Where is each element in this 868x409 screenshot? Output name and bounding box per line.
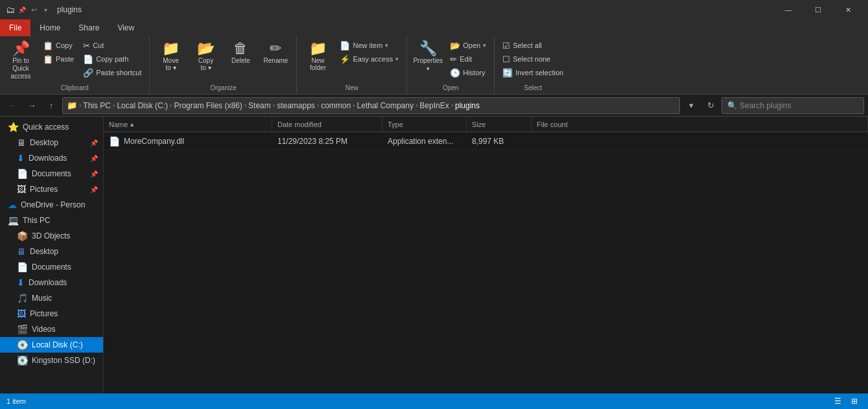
properties-label: Properties [413, 57, 443, 64]
dropdown-nav-button[interactable]: ▾ [683, 98, 699, 113]
minimize-button[interactable]: — [773, 0, 803, 19]
sidebar-localc-label: Local Disk (C:) [32, 340, 83, 349]
music-icon: 🎵 [17, 293, 28, 303]
col-header-filecount[interactable]: File count [532, 117, 868, 132]
sidebar-item-pictures-quick[interactable]: 🖼 Pictures 📌 [0, 181, 103, 197]
col-header-type[interactable]: Type [382, 117, 467, 132]
documents-pc-icon: 📄 [17, 262, 28, 272]
easy-access-button[interactable]: ⚡ Easy access ▾ [336, 53, 403, 65]
tab-share[interactable]: Share [69, 19, 108, 36]
open-label: Open [463, 41, 480, 49]
up-button[interactable]: ↑ [43, 98, 60, 113]
clipboard-col: 📋 Copy 📋 Paste [39, 39, 78, 65]
history-button[interactable]: 🕒 History [446, 66, 490, 79]
table-row[interactable]: 📄 MoreCompany.dll 11/29/2023 8:25 PM App… [104, 132, 868, 150]
delete-button[interactable]: 🗑 Delete [224, 39, 257, 78]
cut-button[interactable]: ✂ Cut [79, 39, 145, 52]
breadcrumb-steamapps[interactable]: steamapps [277, 101, 315, 110]
sidebar-quick-access-header[interactable]: ⭐ Quick access [0, 119, 103, 135]
tab-view[interactable]: View [108, 19, 143, 36]
details-view-button[interactable]: ☰ [830, 395, 845, 407]
main-area: ⭐ Quick access 🖥 Desktop 📌 ⬇ Downloads 📌… [0, 117, 868, 393]
breadcrumb-sep-6: › [353, 102, 355, 109]
dropdown-icon[interactable]: ▾ [40, 5, 51, 15]
move-to-button[interactable]: 📁 Moveto ▾ [154, 39, 187, 78]
sidebar-documents-pc[interactable]: 📄 Documents [0, 259, 103, 275]
select-all-label: Select all [513, 41, 542, 49]
open-button[interactable]: 📂 Open ▾ [446, 39, 490, 52]
sidebar-this-pc[interactable]: 💻 This PC [0, 213, 103, 228]
breadcrumb-thispc[interactable]: This PC [83, 101, 111, 110]
pin-indicator-icon2: 📌 [90, 155, 98, 162]
sidebar-onedrive[interactable]: ☁ OneDrive - Person [0, 197, 103, 213]
new-folder-button[interactable]: 📁 Newfolder [301, 39, 334, 78]
breadcrumb[interactable]: 📁 › This PC › Local Disk (C:) › Program … [62, 97, 680, 114]
open-col: 📂 Open ▾ ✏ Edit 🕒 History [446, 39, 490, 79]
breadcrumb-sep-5: › [317, 102, 319, 109]
col-header-date[interactable]: Date modified [272, 117, 382, 132]
sidebar-3dobjects[interactable]: 📦 3D Objects [0, 228, 103, 244]
col-size-label: Size [472, 121, 486, 128]
search-placeholder: Search plugins [740, 101, 791, 110]
pin-to-quick-access-button[interactable]: 📌 Pin to Quickaccess [4, 39, 38, 78]
file-area: Name ▲ Date modified Type Size File coun… [104, 117, 868, 393]
paste-button[interactable]: 📋 Paste [39, 53, 78, 65]
select-none-button[interactable]: ☐ Select none [499, 53, 567, 65]
copy-to-button[interactable]: 📂 Copyto ▾ [189, 39, 222, 78]
edit-button[interactable]: ✏ Edit [446, 53, 490, 65]
new-item-icon: 📄 [340, 41, 350, 51]
breadcrumb-localc[interactable]: Local Disk (C:) [117, 101, 168, 110]
pin-indicator-icon4: 📌 [90, 186, 98, 193]
sidebar-thispc-label: This PC [23, 216, 51, 225]
select-all-button[interactable]: ☑ Select all [499, 39, 567, 52]
breadcrumb-folder-icon: 📁 [67, 100, 77, 111]
clipboard-label: Clipboard [61, 83, 89, 94]
properties-button[interactable]: 🔧 Properties ▾ [411, 39, 445, 78]
forward-button[interactable]: → [23, 98, 40, 113]
sidebar-videos[interactable]: 🎬 Videos [0, 321, 103, 337]
invert-selection-button[interactable]: 🔄 Invert selection [499, 66, 567, 79]
rename-icon: ✏ [270, 41, 281, 56]
breadcrumb-steam[interactable]: Steam [248, 101, 271, 110]
tiles-view-button[interactable]: ⊞ [847, 395, 862, 407]
sidebar-item-desktop-quick[interactable]: 🖥 Desktop 📌 [0, 135, 103, 150]
new-item-button[interactable]: 📄 New item ▾ [336, 39, 403, 52]
sidebar-item-documents-quick[interactable]: 📄 Documents 📌 [0, 166, 103, 181]
sidebar-music[interactable]: 🎵 Music [0, 290, 103, 306]
sidebar-desktop-pc[interactable]: 🖥 Desktop [0, 244, 103, 259]
breadcrumb-common[interactable]: common [321, 101, 351, 110]
sidebar-downloads-pc[interactable]: ⬇ Downloads [0, 275, 103, 290]
pin-label: Pin to Quickaccess [6, 57, 35, 80]
easy-access-icon: ⚡ [340, 54, 350, 64]
file-date-cell: 11/29/2023 8:25 PM [272, 132, 382, 150]
search-box[interactable]: 🔍 Search plugins [721, 97, 864, 114]
sidebar-localc[interactable]: 💽 Local Disk (C:) [0, 337, 103, 353]
back-button[interactable]: ← [4, 98, 21, 113]
undo-icon[interactable]: ↩ [29, 5, 39, 15]
col-header-name[interactable]: Name ▲ [104, 117, 272, 132]
thispc-icon: 💻 [8, 215, 19, 226]
copy-button[interactable]: 📋 Copy [39, 39, 78, 52]
tab-file[interactable]: File [0, 19, 30, 36]
close-button[interactable]: ✕ [833, 0, 863, 19]
paste-shortcut-button[interactable]: 🔗 Paste shortcut [79, 66, 145, 79]
breadcrumb-plugins[interactable]: plugins [455, 101, 480, 110]
col-name-label: Name [109, 121, 128, 128]
breadcrumb-programfiles[interactable]: Program Files (x86) [174, 101, 242, 110]
breadcrumb-lethalcompany[interactable]: Lethal Company [357, 101, 414, 110]
rename-button[interactable]: ✏ Rename [259, 39, 292, 78]
col-date-label: Date modified [277, 121, 322, 128]
breadcrumb-sep-3: › [244, 102, 246, 109]
sidebar-item-downloads-quick[interactable]: ⬇ Downloads 📌 [0, 150, 103, 166]
pictures-pc-icon: 🖼 [17, 309, 26, 319]
maximize-button[interactable]: ☐ [803, 0, 833, 19]
file-size: 8,997 KB [472, 137, 504, 146]
sidebar-pictures-pc[interactable]: 🖼 Pictures [0, 306, 103, 321]
col-header-size[interactable]: Size [467, 117, 532, 132]
sidebar-kingstond[interactable]: 💽 Kingston SSD (D:) [0, 353, 103, 368]
tab-home[interactable]: Home [30, 19, 69, 36]
copy-path-button[interactable]: 📄 Copy path [79, 53, 145, 65]
breadcrumb-bepinex[interactable]: BepInEx [419, 101, 449, 110]
refresh-button[interactable]: ↻ [702, 98, 719, 113]
move-icon: 📁 [162, 41, 180, 56]
